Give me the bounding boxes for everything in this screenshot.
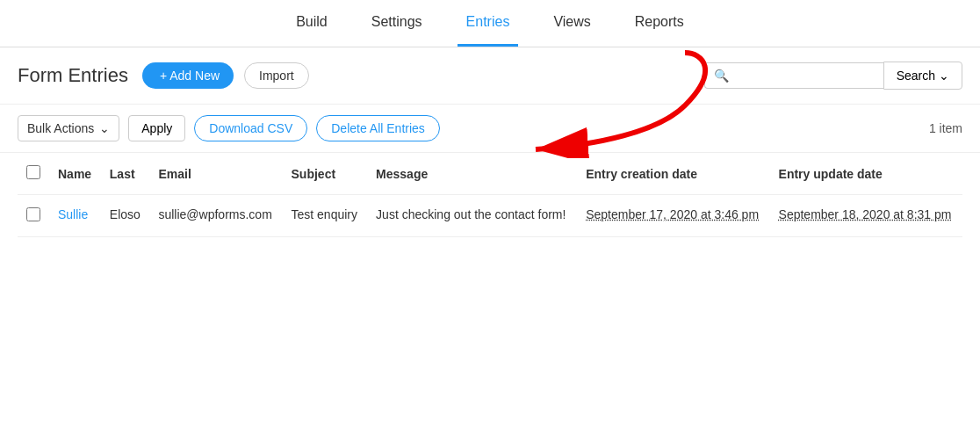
chevron-down-icon: ⌄ (99, 121, 110, 135)
tab-reports[interactable]: Reports (626, 0, 693, 47)
add-new-label: + Add New (160, 69, 220, 83)
nav-tabs: Build Settings Entries Views Reports (0, 0, 980, 47)
entries-table: Name Last Email Subject Message Entry cr… (18, 153, 962, 237)
apply-button[interactable]: Apply (128, 115, 185, 141)
row-last-cell: Eloso (101, 195, 150, 237)
table-header-row: Name Last Email Subject Message Entry cr… (18, 153, 962, 195)
tab-views[interactable]: Views (544, 0, 599, 47)
row-subject-cell: Test enquiry (283, 195, 368, 237)
toolbar: Bulk Actions ⌄ Apply Download CSV Delete… (0, 105, 980, 153)
search-button-label: Search (897, 69, 935, 83)
row-update-date-cell: September 18, 2020 at 8:31 pm (770, 195, 962, 237)
chevron-down-icon: ⌄ (939, 69, 949, 83)
bulk-actions-dropdown[interactable]: Bulk Actions ⌄ (18, 115, 119, 141)
column-check (18, 153, 49, 195)
entries-table-wrapper: Name Last Email Subject Message Entry cr… (0, 153, 980, 237)
search-area: 🔍 Search ⌄ (704, 62, 962, 90)
column-creation-date: Entry creation date (577, 153, 769, 195)
row-checkbox[interactable] (26, 207, 40, 221)
row-check-cell (18, 195, 49, 237)
column-message: Message (367, 153, 577, 195)
bulk-actions-label: Bulk Actions (27, 121, 94, 135)
item-count: 1 item (929, 121, 962, 135)
search-input[interactable] (734, 69, 875, 83)
row-email-cell: sullie@wpforms.com (149, 195, 282, 237)
column-name: Name (49, 153, 101, 195)
search-button[interactable]: Search ⌄ (883, 62, 962, 90)
page-title: Form Entries (18, 64, 128, 87)
select-all-checkbox[interactable] (26, 165, 40, 179)
update-date-value: September 18, 2020 at 8:31 pm (779, 207, 952, 221)
tab-settings[interactable]: Settings (363, 0, 431, 47)
import-button[interactable]: Import (244, 62, 309, 89)
add-new-button[interactable]: + Add New (142, 62, 234, 89)
tab-entries[interactable]: Entries (458, 0, 519, 47)
page-header: Form Entries + Add New Import 🔍 Search ⌄ (0, 47, 980, 105)
search-icon: 🔍 (714, 69, 729, 83)
entry-name-link[interactable]: Sullie (58, 207, 88, 221)
creation-date-value: September 17, 2020 at 3:46 pm (586, 207, 759, 221)
tab-build[interactable]: Build (287, 0, 336, 47)
download-csv-button[interactable]: Download CSV (194, 115, 307, 141)
table-row: Sullie Eloso sullie@wpforms.com Test enq… (18, 195, 962, 237)
column-last: Last (101, 153, 150, 195)
column-subject: Subject (283, 153, 368, 195)
delete-all-button[interactable]: Delete All Entries (316, 115, 440, 141)
row-message-cell: Just checking out the contact form! (367, 195, 577, 237)
column-update-date: Entry update date (770, 153, 962, 195)
search-input-wrapper: 🔍 (704, 62, 883, 89)
row-creation-date-cell: September 17, 2020 at 3:46 pm (577, 195, 769, 237)
column-email: Email (149, 153, 282, 195)
row-name-cell: Sullie (49, 195, 101, 237)
